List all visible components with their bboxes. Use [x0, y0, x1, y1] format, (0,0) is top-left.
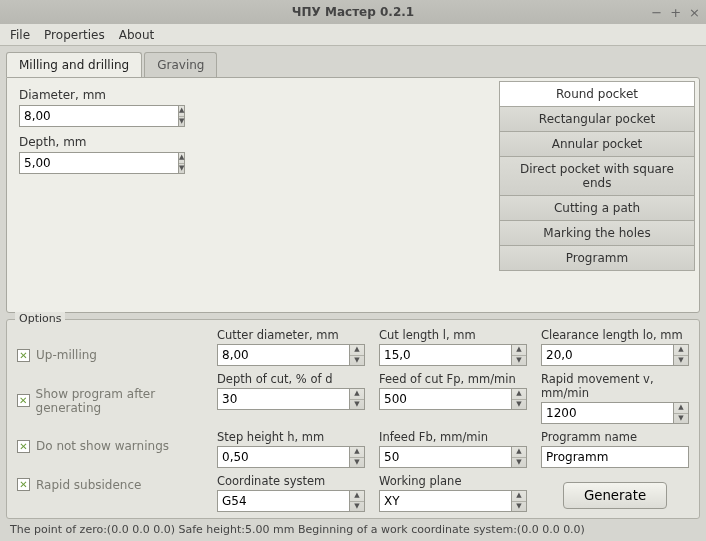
menu-about[interactable]: About [119, 28, 154, 42]
spin-down-icon[interactable]: ▼ [674, 414, 688, 424]
steph-input[interactable] [217, 446, 350, 468]
diameter-spinner[interactable]: ▲▼ [19, 105, 179, 127]
tab-milling[interactable]: Milling and drilling [6, 52, 142, 77]
spin-up-icon[interactable]: ▲ [350, 389, 364, 400]
statusbar: The point of zero:(0.0 0.0 0.0) Safe hei… [0, 519, 706, 541]
spin-up-icon[interactable]: ▲ [179, 153, 184, 164]
rapid-label: Rapid movement v, mm/min [541, 372, 689, 400]
clearlen-spinner[interactable]: ▲▼ [541, 344, 689, 366]
cutter-d-input[interactable] [217, 344, 350, 366]
spin-up-icon[interactable]: ▲ [674, 345, 688, 356]
steph-spinner[interactable]: ▲▼ [217, 446, 365, 468]
spin-down-icon[interactable]: ▼ [179, 117, 184, 127]
pocket-round[interactable]: Round pocket [499, 81, 695, 107]
tab-body: Diameter, mm ▲▼ Depth, mm ▲▼ Round pocke… [6, 77, 700, 313]
diameter-label: Diameter, mm [19, 88, 475, 102]
pocket-list: Round pocket Rectangular pocket Annular … [499, 82, 695, 271]
spin-down-icon[interactable]: ▼ [350, 502, 364, 512]
pocket-annular[interactable]: Annular pocket [499, 131, 695, 157]
titlebar: ЧПУ Мастер 0.2.1 − + × [0, 0, 706, 24]
spin-up-icon[interactable]: ▲ [350, 491, 364, 502]
depth-label: Depth, mm [19, 135, 475, 149]
check-upmilling[interactable]: Up-milling [17, 348, 217, 362]
infeed-label: Infeed Fb, mm/min [379, 430, 527, 444]
progname-input[interactable] [541, 446, 689, 468]
spin-up-icon[interactable]: ▲ [350, 447, 364, 458]
maximize-icon[interactable]: + [670, 5, 681, 20]
menu-file[interactable]: File [10, 28, 30, 42]
infeed-input[interactable] [379, 446, 512, 468]
cutlen-label: Cut length l, mm [379, 328, 527, 342]
pocket-path[interactable]: Cutting a path [499, 195, 695, 221]
spin-up-icon[interactable]: ▲ [512, 345, 526, 356]
check-nowarn[interactable]: Do not show warnings [17, 439, 217, 453]
checkbox-icon[interactable] [17, 478, 30, 491]
checkbox-icon[interactable] [17, 349, 30, 362]
spin-down-icon[interactable]: ▼ [350, 400, 364, 410]
spin-up-icon[interactable]: ▲ [674, 403, 688, 414]
checkbox-icon[interactable] [17, 394, 30, 407]
options-frame: Options Up-milling Show program after ge… [6, 319, 700, 519]
tab-graving[interactable]: Graving [144, 52, 217, 77]
rapid-spinner[interactable]: ▲▼ [541, 402, 689, 424]
coord-input[interactable] [217, 490, 350, 512]
infeed-spinner[interactable]: ▲▼ [379, 446, 527, 468]
rapid-input[interactable] [541, 402, 674, 424]
spin-down-icon[interactable]: ▼ [512, 400, 526, 410]
steph-label: Step height h, mm [217, 430, 365, 444]
plane-label: Working plane [379, 474, 527, 488]
generate-button[interactable]: Generate [563, 482, 667, 509]
plane-select[interactable]: ▲▼ [379, 490, 527, 512]
spin-up-icon[interactable]: ▲ [350, 345, 364, 356]
cutlen-spinner[interactable]: ▲▼ [379, 344, 527, 366]
spin-down-icon[interactable]: ▼ [179, 164, 184, 174]
cutter-d-label: Cutter diameter, mm [217, 328, 365, 342]
spin-down-icon[interactable]: ▼ [512, 502, 526, 512]
tab-strip: Milling and drilling Graving [6, 52, 700, 77]
coord-label: Coordinate system [217, 474, 365, 488]
pocket-rect[interactable]: Rectangular pocket [499, 106, 695, 132]
menu-properties[interactable]: Properties [44, 28, 105, 42]
check-rapidsub[interactable]: Rapid subsidence [17, 478, 217, 492]
spin-down-icon[interactable]: ▼ [512, 356, 526, 366]
minimize-icon[interactable]: − [651, 5, 662, 20]
coord-select[interactable]: ▲▼ [217, 490, 365, 512]
cutlen-input[interactable] [379, 344, 512, 366]
depth-spinner[interactable]: ▲▼ [19, 152, 179, 174]
spin-down-icon[interactable]: ▼ [350, 356, 364, 366]
depthcut-label: Depth of cut, % of d [217, 372, 365, 386]
checkbox-icon[interactable] [17, 440, 30, 453]
spin-down-icon[interactable]: ▼ [350, 458, 364, 468]
depthcut-spinner[interactable]: ▲▼ [217, 388, 365, 410]
pocket-marking[interactable]: Marking the holes [499, 220, 695, 246]
spin-up-icon[interactable]: ▲ [512, 491, 526, 502]
options-legend: Options [15, 312, 65, 325]
spin-up-icon[interactable]: ▲ [179, 106, 184, 117]
spin-up-icon[interactable]: ▲ [512, 447, 526, 458]
depth-input[interactable] [19, 152, 179, 174]
spin-down-icon[interactable]: ▼ [674, 356, 688, 366]
check-showprog[interactable]: Show program after generating [17, 387, 217, 415]
pocket-programm[interactable]: Programm [499, 245, 695, 271]
spin-up-icon[interactable]: ▲ [512, 389, 526, 400]
window-title: ЧПУ Мастер 0.2.1 [292, 5, 414, 19]
diameter-input[interactable] [19, 105, 179, 127]
feed-spinner[interactable]: ▲▼ [379, 388, 527, 410]
clearlen-input[interactable] [541, 344, 674, 366]
feed-input[interactable] [379, 388, 512, 410]
pocket-direct[interactable]: Direct pocket with square ends [499, 156, 695, 196]
clearlen-label: Clearance length lo, mm [541, 328, 689, 342]
menubar: File Properties About [0, 24, 706, 46]
close-icon[interactable]: × [689, 5, 700, 20]
feed-label: Feed of cut Fp, mm/min [379, 372, 527, 386]
progname-label: Programm name [541, 430, 689, 444]
depthcut-input[interactable] [217, 388, 350, 410]
plane-input[interactable] [379, 490, 512, 512]
spin-down-icon[interactable]: ▼ [512, 458, 526, 468]
cutter-d-spinner[interactable]: ▲▼ [217, 344, 365, 366]
